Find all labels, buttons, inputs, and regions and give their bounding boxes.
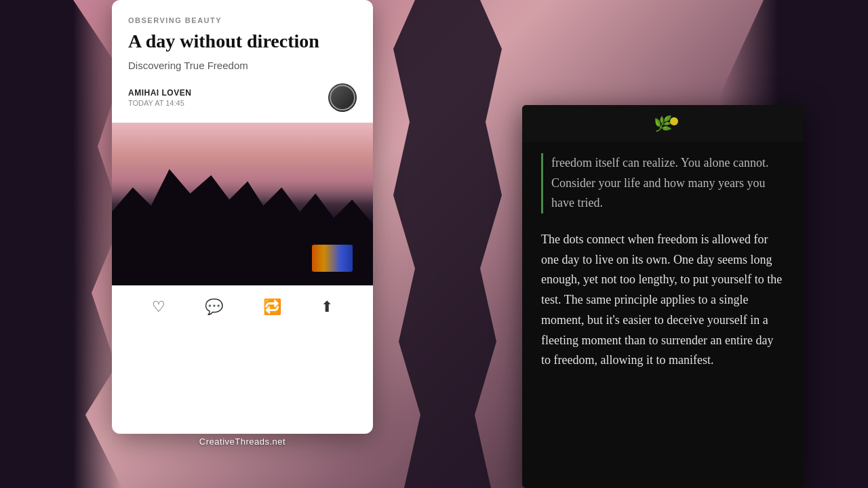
heart-icon[interactable]: ♡ <box>152 298 165 316</box>
reading-body: freedom itself can realize. You alone ca… <box>522 142 804 488</box>
author-row: AMIHAI LOVEN TODAY AT 14:45 <box>128 83 357 112</box>
avatar-inner <box>330 85 355 110</box>
author-date: TODAY AT 14:45 <box>128 99 191 107</box>
share-icon[interactable]: ⬆ <box>321 298 333 316</box>
dot-indicator <box>670 117 678 125</box>
repost-icon[interactable]: 🔁 <box>263 298 281 316</box>
article-subtitle: Discovering True Freedom <box>128 60 357 71</box>
image-lights <box>312 245 353 272</box>
reading-text: freedom itself can realize. You alone ca… <box>541 153 785 371</box>
category-label: OBSERVING BEAUTY <box>128 16 357 24</box>
reading-logo: 🌿 <box>654 115 672 133</box>
phone-card: OBSERVING BEAUTY A day without direction… <box>112 0 373 434</box>
action-bar: ♡ 💬 🔁 ⬆ <box>112 285 373 328</box>
avatar <box>328 83 357 112</box>
reading-panel[interactable]: 🌿 freedom itself can realize. You alone … <box>522 105 804 488</box>
author-name: AMIHAI LOVEN <box>128 88 191 98</box>
bottom-brand: CreativeThreads.net <box>112 435 373 447</box>
leaf-icon: 🌿 <box>654 115 672 133</box>
author-info: AMIHAI LOVEN TODAY AT 14:45 <box>128 88 191 107</box>
article-image <box>112 123 373 285</box>
brand-text: CreativeThreads.net <box>199 436 285 447</box>
reading-paragraph-2: The dots connect when freedom is allowed… <box>541 230 785 371</box>
reading-header: 🌿 <box>522 105 804 142</box>
article-title: A day without direction <box>128 30 357 53</box>
reading-paragraph-1: freedom itself can realize. You alone ca… <box>541 153 785 214</box>
comment-icon[interactable]: 💬 <box>205 298 223 316</box>
